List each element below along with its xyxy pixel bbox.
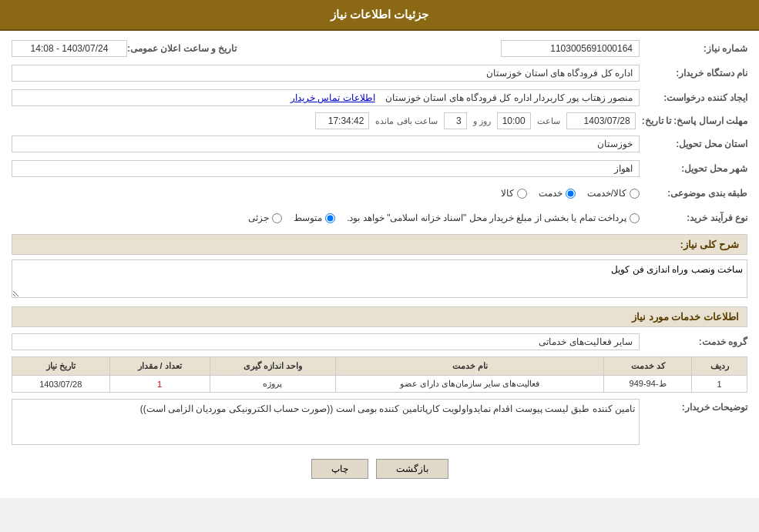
deadline-time: 10:00 — [497, 112, 531, 129]
deadline-days: 3 — [444, 112, 467, 129]
deadline-remaining: 17:34:42 — [315, 112, 369, 129]
number-announce-row: شماره نیاز: 1103005691000164 تاریخ و ساع… — [12, 38, 747, 59]
general-desc-wrapper: ساخت ونصب وراه اندازی فن کویل — [12, 259, 747, 300]
print-button[interactable]: چاپ — [311, 459, 368, 479]
table-row: 1 ط-94-949 فعالیت‌های سایر سازمان‌های دا… — [12, 376, 747, 393]
buyer-notes-label: توضیحات خریدار: — [640, 399, 747, 413]
purchase-type-option-esnad[interactable]: پرداخت تمام یا بخشی از مبلغ خریدار محل "… — [347, 212, 640, 223]
city-label: شهر محل تحویل: — [640, 163, 747, 174]
general-desc-label: شرح کلی نیاز: — [12, 234, 747, 255]
col-code: کد خدمت — [604, 357, 692, 376]
province-label: استان محل تحویل: — [640, 139, 747, 149]
general-desc-textarea[interactable] — [12, 259, 747, 298]
deadline-parts: 1403/07/28 ساعت 10:00 روز و 3 ساعت باقی … — [12, 112, 636, 129]
category-radio-khedmat[interactable] — [566, 189, 576, 199]
page-wrapper: جزئیات اطلاعات نیاز شماره نیاز: 11030056… — [0, 0, 759, 498]
creator-value: منصور زهتاب پور کاربردار اداره کل فرودگا… — [12, 89, 640, 106]
province-value: خوزستان — [12, 136, 640, 152]
purchase-type-label-motavaset: متوسط — [294, 212, 322, 223]
deadline-date: 1403/07/28 — [566, 112, 636, 129]
back-button[interactable]: بازگشت — [376, 459, 448, 479]
col-name: نام خدمت — [336, 357, 604, 376]
cell-unit: پروژه — [210, 376, 335, 393]
org-row: نام دستگاه خریدار: اداره کل فرودگاه های … — [12, 63, 747, 83]
table-header-row: ردیف کد خدمت نام خدمت واحد اندازه گیری ت… — [12, 357, 747, 376]
category-label: طبقه بندی موضوعی: — [640, 188, 747, 199]
org-label: نام دستگاه خریدار: — [640, 68, 747, 79]
purchase-type-radio-group: جزئی متوسط پرداخت تمام یا بخشی از مبلغ خ… — [248, 212, 640, 223]
deadline-days-label: روز و — [473, 116, 491, 126]
general-desc-section: شرح کلی نیاز: ساخت ونصب وراه اندازی فن ک… — [12, 234, 747, 300]
announce-label: تاریخ و ساعت اعلان عمومی: — [127, 43, 237, 54]
deadline-remaining-label: ساعت باقی مانده — [375, 116, 437, 126]
buyer-notes-section: توضیحات خریدار: تامین کننده طبق لیست پیو… — [12, 399, 747, 445]
cell-date: 1403/07/28 — [12, 376, 110, 393]
service-info-title: اطلاعات خدمات مورد نیاز — [12, 306, 747, 327]
purchase-type-option-motavaset[interactable]: متوسط — [294, 212, 335, 223]
purchase-type-option-jozei[interactable]: جزئی — [248, 212, 282, 223]
purchase-type-label-esnad: پرداخت تمام یا بخشی از مبلغ خریدار محل "… — [347, 212, 626, 223]
service-group-value: سایر فعالیت‌های خدماتی — [12, 333, 640, 350]
page-title: جزئیات اطلاعات نیاز — [331, 8, 428, 21]
creator-label: ایجاد کننده درخواست: — [640, 92, 747, 103]
cell-row-num: 1 — [692, 376, 747, 393]
category-option-kala[interactable]: کالا — [501, 188, 527, 199]
col-date: تاریخ نیاز — [12, 357, 110, 376]
category-label-khedmat: خدمت — [539, 188, 563, 199]
col-quantity: تعداد / مقدار — [109, 357, 210, 376]
service-group-row: گروه خدمت: سایر فعالیت‌های خدماتی — [12, 332, 747, 352]
category-radio-group: کالا خدمت کالا/خدمت — [501, 188, 640, 199]
content-area: شماره نیاز: 1103005691000164 تاریخ و ساع… — [0, 31, 759, 498]
purchase-type-radio-motavaset[interactable] — [325, 213, 335, 223]
cell-quantity: 1 — [109, 376, 210, 393]
category-radio-kala[interactable] — [517, 189, 527, 199]
creator-row: ایجاد کننده درخواست: منصور زهتاب پور کار… — [12, 88, 747, 108]
bottom-buttons: بازگشت چاپ — [12, 451, 747, 490]
service-group-label: گروه خدمت: — [640, 336, 747, 347]
deadline-time-label: ساعت — [537, 116, 560, 126]
city-value: اهواز — [12, 160, 640, 177]
category-radio-kala-khedmat[interactable] — [630, 189, 640, 199]
deadline-label: مهلت ارسال پاسخ: تا تاریخ: — [636, 115, 747, 126]
category-option-kala-khedmat[interactable]: کالا/خدمت — [587, 188, 640, 199]
purchase-type-radio-esnad[interactable] — [630, 213, 640, 223]
purchase-type-label: نوع فرآیند خرید: — [640, 212, 747, 223]
deadline-row: مهلت ارسال پاسخ: تا تاریخ: 1403/07/28 سا… — [12, 112, 747, 129]
col-row-num: ردیف — [692, 357, 747, 376]
col-unit: واحد اندازه گیری — [210, 357, 335, 376]
page-header: جزئیات اطلاعات نیاز — [0, 0, 759, 31]
org-value: اداره کل فرودگاه های استان خوزستان — [12, 65, 640, 82]
province-row: استان محل تحویل: خوزستان — [12, 134, 747, 154]
purchase-type-row: نوع فرآیند خرید: جزئی متوسط پرداخت تمام … — [12, 208, 747, 228]
cell-code: ط-94-949 — [604, 376, 692, 393]
creator-link[interactable]: اطلاعات تماس خریدار — [291, 92, 375, 103]
purchase-type-radio-jozei[interactable] — [272, 213, 282, 223]
cell-name: فعالیت‌های سایر سازمان‌های دارای عضو — [336, 376, 604, 393]
category-row: طبقه بندی موضوعی: کالا خدمت کالا/خدمت — [12, 183, 747, 203]
number-value: 1103005691000164 — [501, 40, 640, 57]
city-row: شهر محل تحویل: اهواز — [12, 159, 747, 179]
service-table: ردیف کد خدمت نام خدمت واحد اندازه گیری ت… — [12, 356, 747, 393]
category-label-kala-khedmat: کالا/خدمت — [587, 188, 626, 199]
announce-value: 1403/07/24 - 14:08 — [12, 40, 127, 57]
number-label: شماره نیاز: — [640, 43, 747, 54]
category-option-khedmat[interactable]: خدمت — [539, 188, 576, 199]
buyer-notes-value: تامین کننده طبق لیست پیوست اقدام نمایدوا… — [12, 399, 640, 445]
category-label-kala: کالا — [501, 188, 514, 199]
purchase-type-label-jozei: جزئی — [248, 212, 269, 223]
